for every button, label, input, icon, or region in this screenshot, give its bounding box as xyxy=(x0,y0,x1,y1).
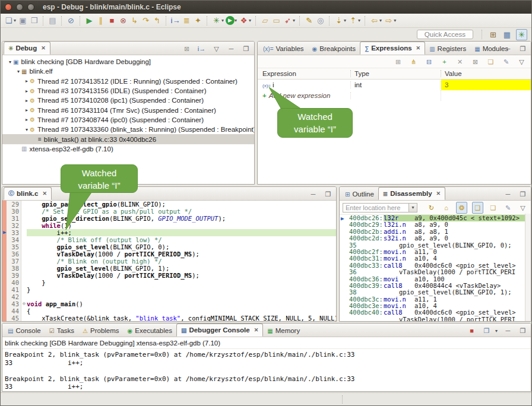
collapse-all-icon[interactable]: ⊟ xyxy=(424,56,434,67)
tab-tasks[interactable]: ☑Tasks xyxy=(45,325,78,337)
new-view-icon[interactable]: ❏ xyxy=(488,202,498,213)
close-icon[interactable]: ✕ xyxy=(41,45,46,51)
disconnect-icon[interactable]: ⊗ xyxy=(118,15,128,26)
step-into-icon[interactable]: ↳ xyxy=(129,15,140,26)
close-icon[interactable]: ✕ xyxy=(436,191,441,196)
tab-variables[interactable]: (x)=Variables xyxy=(259,43,308,55)
instruction-stepping-icon[interactable]: i→ xyxy=(197,43,207,54)
next-annotation-icon[interactable]: ⇣ xyxy=(334,15,344,26)
code-line[interactable]: gpio_set_level(BLINK_GPIO, 0); xyxy=(27,243,336,250)
next-annotation-icon-dropdown[interactable]: ▾ xyxy=(344,18,346,23)
maximize-icon[interactable]: ❐ xyxy=(241,43,251,54)
tab-blink-c[interactable]: ⓒ blink.c ✕ xyxy=(4,187,52,200)
code-line[interactable]: } xyxy=(27,286,336,293)
debug-perspective-icon[interactable]: ✳ xyxy=(516,29,527,40)
debug-tree-row[interactable]: ▸⚙Thread #3 1073413156 (IDLE) (Suspended… xyxy=(2,86,254,96)
code-editor[interactable]: 2930313233343536373839404142434445 ⊖ gpi… xyxy=(2,201,336,322)
prev-annotation-icon[interactable]: ⇡ xyxy=(348,15,358,26)
tab-memory[interactable]: ▦Memory xyxy=(263,325,304,337)
view-menu-icon[interactable]: ▽ xyxy=(211,43,221,54)
skip-breakpoints-icon[interactable]: ⊘ xyxy=(66,15,76,26)
debug-tree-row[interactable]: ▸⚙Thread #7 1073408744 (ipc0) (Suspended… xyxy=(2,115,254,125)
line-number-ruler[interactable]: 2930313233343536373839404142434445 xyxy=(7,201,21,322)
expander-icon[interactable]: ▸ xyxy=(24,98,30,103)
save-all-icon[interactable]: ❒ xyxy=(29,15,39,26)
disassembly-listing[interactable]: ▶400dbc26:l32ra9, 0x400d045c < stext+109… xyxy=(340,215,531,322)
code-line[interactable]: vTaskDelay(1000 / portTICK_PERIOD_MS); xyxy=(27,250,336,258)
expander-icon[interactable]: ▸ xyxy=(24,78,30,84)
expression-row[interactable]: (x)=i int 3 xyxy=(258,80,531,90)
debug-tree-row[interactable]: ▾▦blink.elf xyxy=(2,66,254,76)
console-output[interactable]: Breakpoint 2, blink_task (pvParameter=0x… xyxy=(2,349,531,391)
prev-annotation-icon-dropdown[interactable]: ▾ xyxy=(358,18,360,23)
tab-debugger-console[interactable]: ▤Debugger Console✕ xyxy=(176,323,263,337)
column-type[interactable]: Type xyxy=(351,70,441,77)
minimize-icon[interactable]: ─ xyxy=(226,43,236,54)
expander-icon[interactable]: ▸ xyxy=(24,88,30,94)
tab-executables[interactable]: ◉Executables xyxy=(124,325,176,337)
debug-tree-row[interactable]: ▸⚙Thread #5 1073410208 (ipc1) (Suspended… xyxy=(2,96,254,105)
debug-tree-row[interactable]: ▸⚙Thread #6 1073431104 (Tmr Svc) (Suspen… xyxy=(2,105,254,115)
suspend-icon[interactable]: ∥ xyxy=(96,15,106,26)
forward-icon-dropdown[interactable]: ▾ xyxy=(394,18,396,23)
debug-tree-row[interactable]: ▸⚙Thread #2 1073413512 (IDLE : Running) … xyxy=(2,77,254,86)
debug-tree-row[interactable]: ≡blink_task() at blink.c:33 0x400dbc26 xyxy=(2,134,254,144)
code-line[interactable]: gpio_set_level(BLINK_GPIO, 1); xyxy=(27,265,336,272)
tab-outline[interactable]: ⊞ Outline xyxy=(341,188,378,200)
tab-debug[interactable]: ✳ Debug ✕ xyxy=(4,42,50,55)
print-icon[interactable]: ▤ xyxy=(48,15,58,26)
code-line[interactable]: i++; xyxy=(27,229,336,236)
tab-breakpoints[interactable]: ◉Breakpoints xyxy=(308,43,360,55)
cpp-perspective-icon[interactable]: ▦ xyxy=(502,30,512,40)
add-expression-icon[interactable]: + xyxy=(439,56,449,67)
external-tools-icon[interactable]: ❖ xyxy=(239,15,249,26)
maximize-icon[interactable]: ❐ xyxy=(323,189,333,199)
add-expression-row[interactable]: +Add new expression xyxy=(258,90,531,101)
expander-icon[interactable]: ▸ xyxy=(24,107,30,113)
remove-all-icon[interactable]: ⊠ xyxy=(470,56,480,67)
instruction-stepping-icon[interactable]: i→ xyxy=(170,15,180,26)
debug-tree-row[interactable]: ▾⚙Thread #9 1073433360 (blink_task : Run… xyxy=(2,125,254,134)
location-input[interactable]: Enter location here xyxy=(343,203,409,212)
code-line[interactable] xyxy=(27,293,336,300)
back-icon-dropdown[interactable]: ▾ xyxy=(379,18,382,23)
code-line[interactable]: /* Set the GPIO as a push/pull output */ xyxy=(27,208,336,215)
display-console-icon-dropdown[interactable]: ▾ xyxy=(495,328,498,334)
last-edit-icon[interactable]: ✎ xyxy=(304,15,314,26)
remove-terminated-icon[interactable]: ⊠ xyxy=(182,43,192,54)
run-icon[interactable]: ▶ xyxy=(226,16,235,25)
open-folder-icon[interactable]: ▭ xyxy=(271,15,281,26)
terminate-icon[interactable]: ■ xyxy=(467,325,477,336)
refresh-icon[interactable]: ↻ xyxy=(426,202,436,213)
flash-icon-dropdown[interactable]: ▾ xyxy=(293,18,295,23)
debug-tree-row[interactable]: ▥xtensa-esp32-elf-gdb (7.10) xyxy=(2,144,254,154)
code-line[interactable]: /* Blink off (output low) */ xyxy=(27,236,336,243)
view-menu-icon[interactable]: ▽ xyxy=(517,56,527,67)
minimize-window-icon[interactable] xyxy=(16,4,23,11)
new-wizard-icon-dropdown[interactable]: ▾ xyxy=(14,18,16,23)
debug-icon-dropdown[interactable]: ▾ xyxy=(221,18,224,23)
terminate-icon[interactable]: ■ xyxy=(107,15,117,26)
disasm-line[interactable]: 400dbc2d:s32i.na8, a9, 0 xyxy=(340,235,531,242)
code-line[interactable]: void app_main() xyxy=(27,300,336,307)
code-line[interactable]: while(1) xyxy=(27,222,336,229)
folding-ruler[interactable]: ⊖ xyxy=(21,201,27,322)
edit-icon[interactable]: ✎ xyxy=(501,56,511,67)
minimize-icon[interactable]: ─ xyxy=(308,189,318,199)
remove-expression-icon[interactable]: ✕ xyxy=(455,56,465,67)
back-icon[interactable]: ⇦ xyxy=(369,15,379,26)
close-icon[interactable]: ✕ xyxy=(42,191,47,196)
step-over-icon[interactable]: ↷ xyxy=(141,15,151,26)
title-bar[interactable]: esp - Debug - blink/main/blink.c - Eclip… xyxy=(1,1,532,14)
link-editor-icon[interactable]: ◎ xyxy=(315,15,325,26)
scrollbar[interactable] xyxy=(525,214,531,321)
close-window-icon[interactable] xyxy=(5,4,12,11)
code-line[interactable]: vTaskDelay(1000 / portTICK_PERIOD_MS); xyxy=(27,272,336,279)
tab-registers[interactable]: ▥Registers xyxy=(425,43,470,55)
code-area[interactable]: gpio_pad_select_gpio(BLINK_GPIO); /* Set… xyxy=(27,201,336,322)
open-perspective-icon[interactable]: ⊞ xyxy=(488,30,498,40)
code-line[interactable]: xTaskCreate(&blink_task, "blink_task", c… xyxy=(27,315,336,322)
debug-tree-row[interactable]: ▾▣blink checking [GDB Hardware Debugging… xyxy=(2,57,254,66)
disasm-line[interactable]: vTaskDelay(1000 / portTICK_PERI xyxy=(340,316,531,322)
show-types-icon[interactable]: ⊞ xyxy=(393,56,403,67)
